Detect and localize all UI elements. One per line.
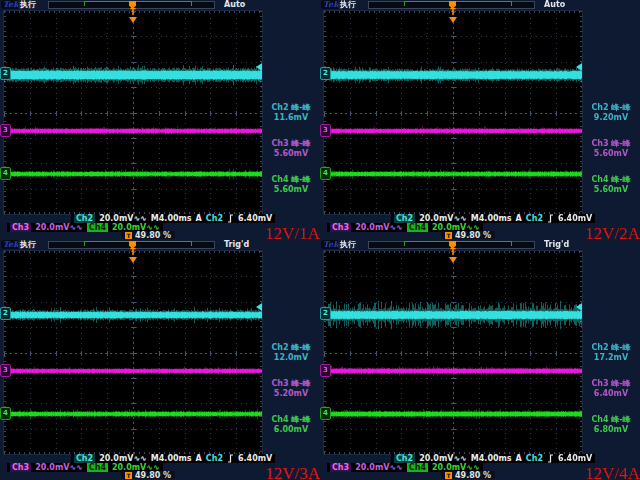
meas-value: 6.80mV [582,425,640,435]
waveform-canvas [324,251,582,454]
ch2-badge: 2 [0,67,11,80]
ch3-scale: 20.0mV∿∿ [355,463,403,472]
load-overlay-label: 12V/3A [265,465,320,480]
trigger-t-marker-icon: T [447,249,459,263]
meas-label: Ch3 峰-峰 [582,139,640,149]
ch3-peak-to-peak: Ch3 峰-峰 5.60mV [582,139,640,159]
ch4-label: Ch4 [407,463,428,472]
ch2-label: Ch2 [74,214,95,223]
ch4-label: Ch4 [87,463,108,472]
meas-label: Ch3 峰-峰 [262,139,320,149]
meas-value: 17.2mV [582,353,640,363]
readout-line1: Ch2 20.0mV∿∿ M4.00ms A Ch2 6.40mV [391,454,595,463]
graticule: T [323,10,583,215]
ch2-scale: 20.0mV∿∿ [99,454,147,463]
trig-source: Ch2 [206,454,223,463]
waveform-canvas [4,11,262,214]
ch4-peak-to-peak: Ch4 峰-峰 5.60mV [582,175,640,195]
ch3-peak-to-peak: Ch3 峰-峰 5.60mV [262,139,320,159]
meas-label: Ch2 峰-峰 [582,343,640,353]
trig-source: Ch2 [526,454,543,463]
run-status-label: 执行 [18,0,38,9]
trigger-percent-icon: T [445,472,452,479]
ch4-badge: 4 [320,407,331,420]
scope-panel-12v-3a: Tek 执行 Trig'd T 2 3 4 Ch2 峰-峰 12.0mV Ch3… [0,240,320,480]
acq-mode: A [516,454,522,463]
ch3-badge: 3 [320,124,331,137]
ch3-label: Ch3 [10,223,31,232]
meas-value: 6.40mV [582,389,640,399]
readout-line1: Ch2 20.0mV∿∿ M4.00ms A Ch2 6.40mV [391,214,595,223]
trigger-t-marker-icon: T [447,9,459,23]
ch2-label: Ch2 [394,454,415,463]
ch3-scale: 20.0mV∿∿ [35,223,83,232]
acquisition-status: Trig'd [544,240,569,249]
readout-line1: Ch2 20.0mV∿∿ M4.00ms A Ch2 6.40mV [71,454,275,463]
trigger-t-marker-icon: T [127,249,139,263]
timebase: M4.00ms [471,454,512,463]
ch2-peak-to-peak: Ch2 峰-峰 9.20mV [582,103,640,123]
timebase: M4.00ms [151,454,192,463]
scope-panel-12v-1a: Tek 执行 Auto T 2 3 4 Ch2 峰-峰 11.6mV Ch3 峰… [0,0,320,240]
ch3-scale: 20.0mV∿∿ [35,463,83,472]
acquisition-status: Auto [224,0,245,9]
meas-label: Ch3 峰-峰 [262,379,320,389]
timebase: M4.00ms [471,214,512,223]
ch2-scale: 20.0mV∿∿ [419,454,467,463]
trig-source: Ch2 [526,214,543,223]
acquisition-status: Auto [544,0,565,9]
acq-mode: A [196,214,202,223]
ch2-scale: 20.0mV∿∿ [419,214,467,223]
graticule: T [323,250,583,455]
ch2-badge: 2 [0,307,11,320]
ch2-label: Ch2 [74,454,95,463]
meas-value: 5.60mV [262,149,320,159]
ch2-badge: 2 [320,67,331,80]
scope-panel-12v-2a: Tek 执行 Auto T 2 3 4 Ch2 峰-峰 9.20mV Ch3 峰… [320,0,640,240]
meas-value: 5.20mV [262,389,320,399]
run-status-label: 执行 [338,240,358,249]
trigger-percent-icon: T [125,472,132,479]
meas-label: Ch2 峰-峰 [582,103,640,113]
meas-label: Ch3 峰-峰 [582,379,640,389]
ch3-peak-to-peak: Ch3 峰-峰 6.40mV [582,379,640,399]
ch2-label: Ch2 [394,214,415,223]
ch3-label: Ch3 [10,463,31,472]
trigger-t-marker-icon: T [127,9,139,23]
trig-level: 6.40mV [558,454,592,463]
trigger-percent-icon: T [125,232,132,239]
meas-label: Ch4 峰-峰 [262,415,320,425]
rising-edge-icon [227,454,234,463]
ch2-scale: 20.0mV∿∿ [99,214,147,223]
ch2-peak-to-peak: Ch2 峰-峰 11.6mV [262,103,320,123]
meas-value: 11.6mV [262,113,320,123]
ch4-badge: 4 [320,167,331,180]
record-window-segment [84,1,192,6]
load-overlay-label: 12V/1A [265,225,320,242]
load-overlay-label: 12V/4A [585,465,640,480]
meas-value: 9.20mV [582,113,640,123]
meas-label: Ch4 峰-峰 [582,415,640,425]
meas-value: 12.0mV [262,353,320,363]
ch2-peak-to-peak: Ch2 峰-峰 12.0mV [262,343,320,363]
waveform-canvas [4,251,262,454]
ch3-badge: 3 [320,364,331,377]
trig-level: 6.40mV [238,214,272,223]
trig-level: 6.40mV [558,214,592,223]
ch4-badge: 4 [0,167,11,180]
acquisition-status: Trig'd [224,240,249,249]
trigger-percent-icon: T [445,232,452,239]
ch2-peak-to-peak: Ch2 峰-峰 17.2mV [582,343,640,363]
trigger-percent: T 49.80 % [441,231,495,239]
readout-line1: Ch2 20.0mV∿∿ M4.00ms A Ch2 6.40mV [71,214,275,223]
rising-edge-icon [227,214,234,223]
run-status-label: 执行 [18,240,38,249]
acq-mode: A [516,214,522,223]
meas-label: Ch2 峰-峰 [262,343,320,353]
ch4-label: Ch4 [87,223,108,232]
trig-source: Ch2 [206,214,223,223]
trigger-percent: T 49.80 % [121,471,175,479]
graticule: T [3,250,263,455]
meas-value: 5.60mV [582,185,640,195]
ch3-scale: 20.0mV∿∿ [355,223,403,232]
